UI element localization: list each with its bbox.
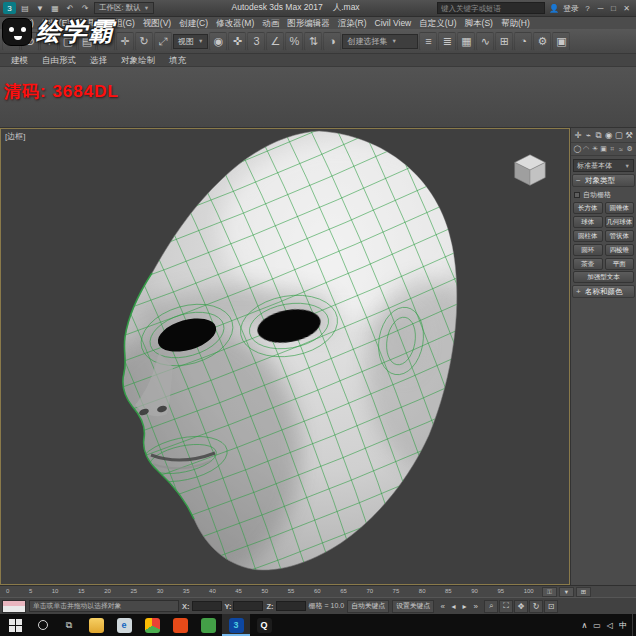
toolbar-icon[interactable]: ⤢ [154,32,172,51]
quick-access-icon[interactable]: ▤ [18,2,32,15]
tray-icon[interactable]: 中 [619,620,627,631]
playback-button[interactable]: ◂ [448,600,459,612]
menu-item[interactable]: 创建(C) [175,17,212,29]
maxscript-mini-listener[interactable] [2,600,26,613]
window-control-icon[interactable]: ─ [594,2,607,15]
toolbar-icon[interactable]: ∿ [476,32,494,51]
timeline-ruler[interactable]: 0510152025303540455055606570758085909510… [0,586,540,597]
taskbar-app-button[interactable] [166,614,194,636]
toolbar-icon[interactable]: ⚙ [533,32,551,51]
sign-in-button[interactable]: 👤 登录 [547,2,579,15]
text-plus-button[interactable]: 加强型文本 [573,271,634,283]
viewcube[interactable] [511,151,549,189]
coordinate-input[interactable] [192,601,222,611]
ribbon-tab[interactable]: 填充 [162,54,193,67]
quick-access-icon[interactable]: ▦ [48,2,62,15]
toolbar-icon[interactable]: ◑ [323,32,341,51]
tray-icon[interactable]: ◁ [607,621,613,630]
toolbar-icon[interactable]: % [285,32,303,51]
toolbar-icon[interactable]: ≣ [438,32,456,51]
perspective-viewport[interactable]: [边框] [0,128,570,585]
viewport-nav-icon[interactable]: ⌕ [484,600,498,613]
primitive-button[interactable]: 管状体 [605,230,635,242]
tray-icon[interactable]: ∧ [581,621,587,630]
primitive-button[interactable]: 球体 [573,216,603,228]
quick-access-icon[interactable]: ▼ [33,2,47,15]
search-input[interactable] [437,2,545,14]
taskbar-app-button[interactable]: Q [250,614,278,636]
viewport-nav-icon[interactable]: ↻ [529,600,543,613]
create-category-icon[interactable]: ⚙ [625,145,634,153]
menu-item[interactable]: 自定义(U) [415,17,460,29]
window-control-icon[interactable]: ? [581,2,594,15]
command-panel-tab[interactable]: ⧉ [593,130,603,141]
command-panel-tab[interactable]: ⚒ [624,130,634,140]
listener-script-row[interactable] [3,606,25,612]
toolbar-icon[interactable]: ▣ [552,32,570,51]
ribbon-tab[interactable]: 对象绘制 [114,54,162,67]
primitive-button[interactable]: 平面 [605,258,635,270]
toolbar-icon[interactable]: ∠ [266,32,284,51]
menu-item[interactable]: 动画 [258,17,283,29]
taskbar-app-button[interactable] [138,614,166,636]
toolbar-icon[interactable]: ⇅ [304,32,322,51]
taskbar-app-button[interactable] [194,614,222,636]
task-view-button[interactable]: ⧉ [56,614,82,636]
create-category-icon[interactable]: ▣ [599,145,608,153]
timeline-button[interactable]: ⚿ [542,587,557,597]
create-category-icon[interactable]: ☀ [590,145,599,153]
auto-key-button[interactable]: 自动关键点 [347,600,389,613]
playback-button[interactable]: ▸ [459,600,470,612]
menu-item[interactable]: 帮助(H) [497,17,534,29]
menu-item[interactable]: 视图(V) [139,17,175,29]
toolbar-icon[interactable]: ▦ [457,32,475,51]
named-selection-sets-dropdown[interactable]: 创建选择集 ▼ [342,34,418,49]
command-panel-tab[interactable]: ▢ [614,130,624,140]
command-panel-tab[interactable]: ⌁ [583,130,593,140]
timeline-button[interactable]: ⊞ [576,587,591,597]
ribbon-tab[interactable]: 建模 [4,54,35,67]
set-key-button[interactable]: 设置关键点 [392,600,434,613]
object-type-rollout[interactable]: − 对象类型 [572,174,635,187]
window-control-icon[interactable]: □ [607,2,620,15]
viewport-shading-label[interactable]: [边框] [5,131,25,142]
time-track-bar[interactable]: 0510152025303540455055606570758085909510… [0,585,636,597]
create-category-icon[interactable]: ⌗ [608,145,617,153]
menu-item[interactable]: 渲染(R) [334,17,371,29]
tray-icon[interactable]: ▭ [593,621,601,630]
app-menu-button[interactable]: 3 [3,2,16,14]
primitive-button[interactable]: 四棱锥 [605,244,635,256]
playback-button[interactable]: « [437,600,448,612]
toolbar-icon[interactable]: 3 [247,32,265,51]
create-category-icon[interactable]: ◠ [582,145,591,153]
primitive-type-dropdown[interactable]: 标准基本体 ▼ [573,159,634,172]
primitive-button[interactable]: 圆环 [573,244,603,256]
toolbar-icon[interactable]: ◔ [514,32,532,51]
taskbar-app-button[interactable]: e [110,614,138,636]
toolbar-icon[interactable]: ✛ [116,32,134,51]
toolbar-icon[interactable]: ◉ [209,32,227,51]
taskbar-app-button[interactable]: 3 [222,614,250,636]
toolbar-icon[interactable]: ✜ [228,32,246,51]
create-category-icon[interactable]: ◯ [573,145,582,153]
primitive-button[interactable]: 圆锥体 [605,202,635,214]
timeline-button[interactable]: ▾ [559,587,574,597]
menu-item[interactable]: Civil View [371,17,416,29]
show-desktop-button[interactable] [632,614,636,636]
menu-item[interactable]: 脚本(S) [461,17,497,29]
taskbar-app-button[interactable] [82,614,110,636]
reference-coordinate-dropdown[interactable]: 视图 ▼ [173,34,208,49]
coordinate-input[interactable] [233,601,263,611]
menu-item[interactable]: 组(G) [110,17,139,29]
primitive-button[interactable]: 圆柱体 [573,230,603,242]
toolbar-icon[interactable]: ⊞ [495,32,513,51]
command-panel-tab[interactable]: ◉ [604,130,614,140]
primitive-button[interactable]: 长方体 [573,202,603,214]
autogrid-checkbox[interactable] [574,192,580,198]
toolbar-icon[interactable]: ↻ [135,32,153,51]
start-button[interactable] [0,614,30,636]
cortana-search-button[interactable] [30,614,56,636]
playback-button[interactable]: » [470,600,481,612]
ribbon-tab[interactable]: 选择 [83,54,114,67]
coordinate-input[interactable] [276,601,306,611]
